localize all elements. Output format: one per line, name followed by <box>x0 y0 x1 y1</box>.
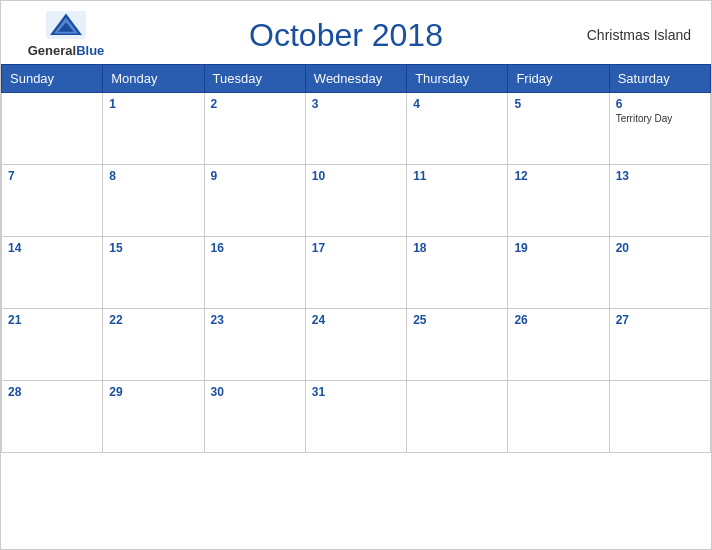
header-tuesday: Tuesday <box>204 65 305 93</box>
day-number: 1 <box>109 97 197 111</box>
calendar-day-cell: 27 <box>609 309 710 381</box>
calendar-day-cell: 3 <box>305 93 406 165</box>
calendar-day-cell: 6Territory Day <box>609 93 710 165</box>
day-number: 17 <box>312 241 400 255</box>
day-number: 30 <box>211 385 299 399</box>
day-number: 19 <box>514 241 602 255</box>
day-number: 6 <box>616 97 704 111</box>
calendar-day-cell <box>508 381 609 453</box>
day-number: 3 <box>312 97 400 111</box>
calendar-day-cell: 28 <box>2 381 103 453</box>
calendar-body: 123456Territory Day789101112131415161718… <box>2 93 711 453</box>
header-sunday: Sunday <box>2 65 103 93</box>
calendar-day-cell: 26 <box>508 309 609 381</box>
calendar-day-cell: 10 <box>305 165 406 237</box>
calendar-day-cell: 12 <box>508 165 609 237</box>
calendar-week-row: 78910111213 <box>2 165 711 237</box>
header-saturday: Saturday <box>609 65 710 93</box>
day-number: 25 <box>413 313 501 327</box>
day-number: 2 <box>211 97 299 111</box>
day-number: 29 <box>109 385 197 399</box>
calendar-day-cell: 8 <box>103 165 204 237</box>
day-number: 20 <box>616 241 704 255</box>
day-number: 13 <box>616 169 704 183</box>
calendar-day-cell: 4 <box>407 93 508 165</box>
calendar-day-cell: 21 <box>2 309 103 381</box>
calendar-day-cell: 1 <box>103 93 204 165</box>
calendar-day-cell: 19 <box>508 237 609 309</box>
header-wednesday: Wednesday <box>305 65 406 93</box>
calendar-day-cell: 17 <box>305 237 406 309</box>
month-title: October 2018 <box>111 17 581 54</box>
day-number: 15 <box>109 241 197 255</box>
day-number: 28 <box>8 385 96 399</box>
day-number: 21 <box>8 313 96 327</box>
calendar-day-cell: 5 <box>508 93 609 165</box>
calendar-day-cell: 29 <box>103 381 204 453</box>
holiday-label: Territory Day <box>616 113 704 124</box>
header-monday: Monday <box>103 65 204 93</box>
day-number: 14 <box>8 241 96 255</box>
calendar-day-cell: 24 <box>305 309 406 381</box>
calendar-day-cell: 13 <box>609 165 710 237</box>
weekday-header-row: Sunday Monday Tuesday Wednesday Thursday… <box>2 65 711 93</box>
day-number: 5 <box>514 97 602 111</box>
day-number: 22 <box>109 313 197 327</box>
day-number: 12 <box>514 169 602 183</box>
logo-blue: Blue <box>76 43 104 58</box>
calendar-day-cell: 18 <box>407 237 508 309</box>
day-number: 31 <box>312 385 400 399</box>
day-number: 11 <box>413 169 501 183</box>
calendar-day-cell <box>2 93 103 165</box>
calendar-day-cell <box>407 381 508 453</box>
calendar-day-cell: 23 <box>204 309 305 381</box>
calendar-day-cell: 20 <box>609 237 710 309</box>
day-number: 9 <box>211 169 299 183</box>
logo-text: GeneralBlue <box>28 41 105 59</box>
calendar-day-cell: 9 <box>204 165 305 237</box>
calendar-week-row: 21222324252627 <box>2 309 711 381</box>
calendar-week-row: 14151617181920 <box>2 237 711 309</box>
calendar-day-cell: 25 <box>407 309 508 381</box>
calendar-day-cell: 11 <box>407 165 508 237</box>
calendar-day-cell: 15 <box>103 237 204 309</box>
calendar-day-cell: 30 <box>204 381 305 453</box>
calendar-day-cell <box>609 381 710 453</box>
region-label: Christmas Island <box>581 27 691 43</box>
day-number: 8 <box>109 169 197 183</box>
day-number: 18 <box>413 241 501 255</box>
logo-area: GeneralBlue <box>21 11 111 59</box>
calendar-day-cell: 22 <box>103 309 204 381</box>
day-number: 10 <box>312 169 400 183</box>
calendar-week-row: 28293031 <box>2 381 711 453</box>
header-thursday: Thursday <box>407 65 508 93</box>
header-friday: Friday <box>508 65 609 93</box>
day-number: 16 <box>211 241 299 255</box>
day-number: 7 <box>8 169 96 183</box>
calendar-day-cell: 16 <box>204 237 305 309</box>
day-number: 27 <box>616 313 704 327</box>
day-number: 26 <box>514 313 602 327</box>
day-number: 23 <box>211 313 299 327</box>
calendar-day-cell: 31 <box>305 381 406 453</box>
calendar-day-cell: 14 <box>2 237 103 309</box>
logo-general: General <box>28 43 76 58</box>
calendar-day-cell: 2 <box>204 93 305 165</box>
calendar-header: GeneralBlue October 2018 Christmas Islan… <box>1 1 711 64</box>
calendar-container: GeneralBlue October 2018 Christmas Islan… <box>0 0 712 550</box>
calendar-day-cell: 7 <box>2 165 103 237</box>
day-number: 24 <box>312 313 400 327</box>
general-blue-logo-icon <box>46 11 86 39</box>
day-number: 4 <box>413 97 501 111</box>
calendar-grid: Sunday Monday Tuesday Wednesday Thursday… <box>1 64 711 453</box>
calendar-week-row: 123456Territory Day <box>2 93 711 165</box>
